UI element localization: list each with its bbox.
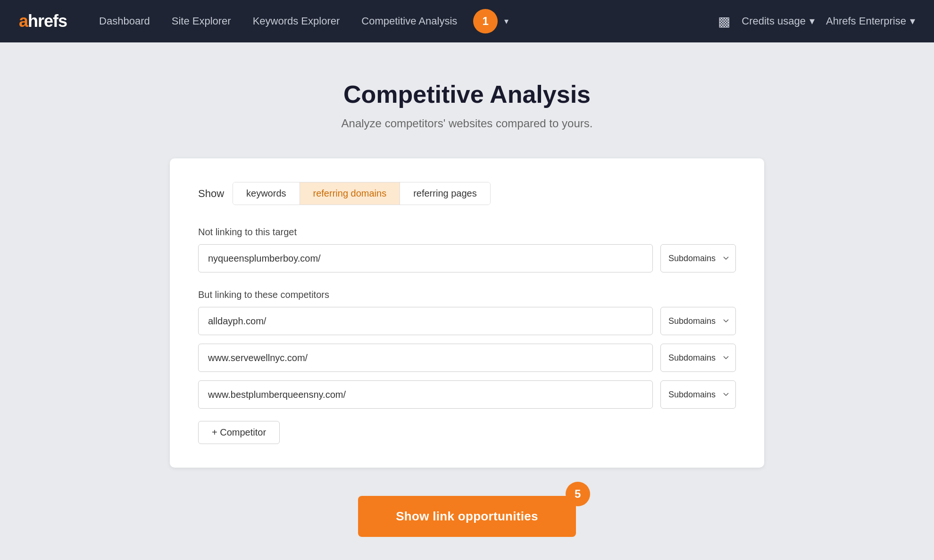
- show-label: Show: [198, 188, 224, 200]
- tab-group: keywords referring domains referring pag…: [233, 182, 491, 205]
- nav-more-chevron[interactable]: ▾: [504, 16, 509, 26]
- analysis-card: Show keywords referring domains referrin…: [170, 158, 764, 468]
- nav-site-explorer[interactable]: Site Explorer: [163, 11, 240, 31]
- target-mode-select[interactable]: Subdomains Exact URL Domain Subfolders: [660, 244, 736, 272]
- enterprise-chevron: ▾: [910, 15, 915, 27]
- logo[interactable]: a hrefs: [19, 11, 67, 31]
- navbar: a hrefs Dashboard Site Explorer Keywords…: [0, 0, 934, 42]
- competitor-input-3[interactable]: [198, 380, 653, 409]
- tab-referring-pages[interactable]: referring pages: [400, 182, 490, 205]
- tab-referring-domains[interactable]: referring domains: [300, 182, 400, 205]
- cta-wrapper: Show link opportunities 5: [358, 496, 576, 537]
- enterprise-label: Ahrefs Enterprise: [826, 15, 906, 27]
- page-subtitle: Analyze competitors' websites compared t…: [342, 117, 593, 130]
- nav-badge-1[interactable]: 1: [473, 9, 498, 33]
- competitors-section-label: But linking to these competitors: [198, 289, 736, 300]
- main-content: Competitive Analysis Analyze competitors…: [0, 42, 934, 560]
- credits-chevron: ▾: [809, 15, 815, 27]
- competitor-row-3: Subdomains Exact URL Domain Subfolders: [198, 380, 736, 409]
- page-title: Competitive Analysis: [343, 80, 591, 108]
- show-row: Show keywords referring domains referrin…: [198, 182, 736, 205]
- target-input-row: Subdomains Exact URL Domain Subfolders: [198, 244, 736, 272]
- cta-container: Show link opportunities 5: [358, 496, 576, 537]
- show-link-opportunities-button[interactable]: Show link opportunities: [358, 496, 576, 537]
- target-section-label: Not linking to this target: [198, 227, 736, 238]
- competitor-row-2: Subdomains Exact URL Domain Subfolders: [198, 344, 736, 372]
- monitor-icon[interactable]: ▩: [718, 14, 730, 29]
- cta-badge-5: 5: [566, 482, 590, 506]
- competitor-mode-select-1[interactable]: Subdomains Exact URL Domain Subfolders: [660, 307, 736, 335]
- competitor-input-2[interactable]: [198, 344, 653, 372]
- credits-label: Credits usage: [742, 15, 806, 27]
- navbar-right: ▩ Credits usage ▾ Ahrefs Enterprise ▾: [718, 14, 915, 29]
- credits-usage-button[interactable]: Credits usage ▾: [742, 15, 815, 27]
- nav-competitive-analysis[interactable]: Competitive Analysis: [353, 11, 466, 31]
- navbar-links: Dashboard Site Explorer Keywords Explore…: [91, 9, 718, 33]
- add-competitor-button[interactable]: + Competitor: [198, 421, 280, 444]
- competitor-input-1[interactable]: [198, 307, 653, 335]
- target-section: Not linking to this target Subdomains Ex…: [198, 227, 736, 272]
- logo-hrefs: hrefs: [28, 11, 67, 31]
- nav-dashboard[interactable]: Dashboard: [91, 11, 158, 31]
- enterprise-button[interactable]: Ahrefs Enterprise ▾: [826, 15, 915, 27]
- competitor-mode-select-2[interactable]: Subdomains Exact URL Domain Subfolders: [660, 344, 736, 372]
- competitor-row-1: Subdomains Exact URL Domain Subfolders: [198, 307, 736, 335]
- logo-a: a: [19, 11, 28, 31]
- competitors-section: But linking to these competitors Subdoma…: [198, 289, 736, 444]
- nav-keywords-explorer[interactable]: Keywords Explorer: [244, 11, 349, 31]
- competitor-mode-select-3[interactable]: Subdomains Exact URL Domain Subfolders: [660, 380, 736, 409]
- target-url-input[interactable]: [198, 244, 653, 272]
- tab-keywords[interactable]: keywords: [233, 182, 300, 205]
